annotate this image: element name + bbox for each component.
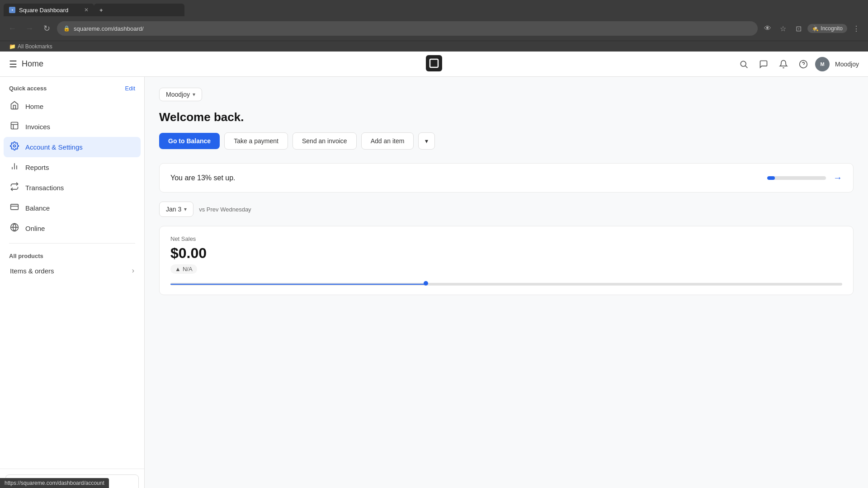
sidebar-item-online-label: Online — [25, 225, 45, 232]
search-icon[interactable] — [736, 56, 752, 72]
incognito-label: Incognito — [821, 25, 843, 32]
notifications-icon[interactable] — [775, 56, 792, 72]
star-icon[interactable]: ☆ — [777, 22, 789, 35]
main-content: Moodjoy ▾ Welcome back. Go to Balance Ta… — [145, 77, 868, 488]
back-button[interactable]: ← — [5, 22, 19, 35]
browser-nav: ← → ↻ 🔒 squareme.com/dashboard/ 👁 ☆ ⊡ 🕵 … — [0, 16, 868, 41]
sidebar-item-balance[interactable]: Balance — [4, 198, 141, 218]
tab-title: Square Dashboard — [19, 7, 68, 14]
sidebar-item-account-settings[interactable]: Account & Settings — [4, 137, 141, 157]
business-chevron-icon: ▾ — [193, 91, 195, 98]
sidebar-toggle-icon[interactable]: ⊡ — [792, 22, 805, 35]
na-badge: ▲ N/A — [170, 264, 197, 274]
svg-rect-0 — [426, 55, 442, 71]
business-name: Moodjoy — [166, 91, 190, 98]
user-name-label: Moodjoy — [835, 61, 859, 68]
quick-access-title: Quick access — [9, 85, 47, 92]
all-bookmarks-link[interactable]: 📁 All Bookmarks — [5, 42, 56, 51]
sidebar-item-home[interactable]: Home — [4, 96, 141, 117]
bookmarks-bar: 📁 All Bookmarks — [0, 41, 868, 52]
date-selector[interactable]: Jan 3 ▾ — [159, 202, 193, 217]
url-text: squareme.com/dashboard/ — [74, 25, 144, 32]
tab-favicon: ▪ — [9, 7, 15, 13]
quick-access-header: Quick access Edit — [0, 77, 144, 96]
date-filter: Jan 3 ▾ vs Prev Wednesday — [159, 202, 854, 217]
send-invoice-button[interactable]: Send an invoice — [292, 132, 357, 150]
date-label: Jan 3 — [166, 206, 181, 213]
transactions-icon — [10, 182, 19, 193]
take-payment-button[interactable]: Take a payment — [224, 132, 288, 150]
go-to-balance-button[interactable]: Go to Balance — [159, 133, 220, 149]
new-tab-button[interactable]: + — [94, 4, 184, 16]
address-bar[interactable]: 🔒 squareme.com/dashboard/ — [57, 21, 758, 36]
app-header: ☰ Home M Moodjoy — [0, 52, 868, 77]
sidebar-item-home-label: Home — [25, 103, 43, 110]
url-tooltip: https://squareme.com/dashboard/account — [0, 478, 109, 488]
sales-chart-line — [170, 284, 426, 285]
all-products-label: All products — [0, 248, 144, 262]
app: ☰ Home M Moodjoy — [0, 52, 868, 488]
nav-actions: 👁 ☆ ⊡ 🕵 Incognito ⋮ — [761, 22, 863, 35]
sidebar-item-invoices-label: Invoices — [25, 123, 50, 131]
sales-section: Net Sales $0.00 ▲ N/A — [159, 226, 854, 295]
messages-icon[interactable] — [755, 56, 772, 72]
hamburger-icon: ☰ — [9, 59, 17, 70]
invoices-icon — [10, 121, 19, 132]
net-sales-label: Net Sales — [170, 235, 842, 242]
sidebar-divider — [9, 243, 135, 244]
user-avatar[interactable]: M — [815, 57, 830, 71]
sidebar-nav: Home Invoices Account & Settings — [0, 96, 144, 239]
bookmark-folder-icon: 📁 — [9, 43, 16, 50]
setup-progress-text: You are 13% set up. — [170, 174, 236, 182]
balance-icon — [10, 202, 19, 214]
sidebar-item-items-orders[interactable]: Items & orders › — [4, 262, 141, 279]
incognito-icon: 🕵 — [812, 25, 819, 32]
vs-prev-text: vs Prev Wednesday — [199, 206, 251, 213]
setup-right: → — [767, 173, 842, 183]
items-orders-label: Items & orders — [10, 267, 54, 275]
more-options-icon[interactable]: ⋮ — [850, 22, 863, 35]
eye-icon[interactable]: 👁 — [761, 22, 774, 35]
setup-section: You are 13% set up. → — [159, 163, 854, 192]
lock-icon: 🔒 — [63, 25, 70, 32]
home-icon — [10, 101, 19, 112]
forward-button[interactable]: → — [23, 22, 36, 35]
app-body: Quick access Edit Home Invoices — [0, 77, 868, 488]
svg-line-3 — [745, 66, 748, 68]
incognito-profile[interactable]: 🕵 Incognito — [807, 24, 847, 33]
sidebar-item-reports[interactable]: Reports — [4, 157, 141, 178]
welcome-title: Welcome back. — [159, 110, 854, 124]
edit-quick-access-button[interactable]: Edit — [125, 85, 135, 92]
header-actions: M Moodjoy — [736, 56, 859, 72]
tooltip-url: https://squareme.com/dashboard/account — [5, 480, 104, 486]
chart-dot — [424, 281, 428, 286]
sidebar-item-reports-label: Reports — [25, 164, 49, 171]
refresh-button[interactable]: ↻ — [40, 22, 53, 35]
menu-toggle-button[interactable]: ☰ Home — [9, 59, 43, 70]
tab-close-button[interactable]: ✕ — [84, 7, 89, 13]
sidebar-item-transactions[interactable]: Transactions — [4, 178, 141, 198]
square-logo — [426, 55, 442, 73]
na-label: N/A — [183, 266, 193, 272]
sales-chart — [170, 283, 842, 286]
action-buttons: Go to Balance Take a payment Send an inv… — [159, 132, 854, 150]
date-chevron-icon: ▾ — [184, 206, 187, 212]
sidebar-item-online[interactable]: Online — [4, 218, 141, 239]
active-tab[interactable]: ▪ Square Dashboard ✕ — [4, 4, 94, 16]
setup-arrow-button[interactable]: → — [833, 173, 842, 183]
more-actions-button[interactable]: ▾ — [418, 132, 435, 150]
business-selector[interactable]: Moodjoy ▾ — [159, 88, 202, 101]
sidebar: Quick access Edit Home Invoices — [0, 77, 145, 488]
add-item-button[interactable]: Add an item — [361, 132, 414, 150]
svg-rect-11 — [11, 204, 19, 210]
triangle-up-icon: ▲ — [175, 266, 181, 272]
net-sales-amount: $0.00 — [170, 245, 842, 262]
sidebar-item-balance-label: Balance — [25, 204, 50, 212]
svg-rect-6 — [11, 122, 18, 129]
sidebar-item-invoices[interactable]: Invoices — [4, 117, 141, 137]
setup-progress-fill — [767, 176, 775, 180]
reports-icon — [10, 162, 19, 173]
chevron-down-icon: ▾ — [425, 137, 428, 145]
help-icon[interactable] — [795, 56, 811, 72]
chevron-right-icon: › — [132, 267, 134, 275]
